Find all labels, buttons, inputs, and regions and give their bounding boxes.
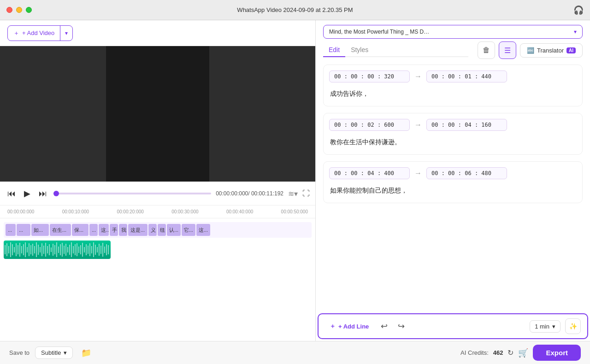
plus-icon: ＋	[13, 29, 19, 37]
progress-thumb[interactable]	[53, 191, 59, 196]
translator-button[interactable]: 🔤 Translator AI	[520, 43, 583, 58]
svg-rect-33	[65, 244, 66, 256]
subtitle-chip[interactable]: 这是...	[128, 224, 148, 236]
end-time-input[interactable]	[426, 167, 507, 179]
dropdown-arrow-icon: ▾	[64, 349, 67, 356]
dropdown-arrow-icon: ▾	[574, 29, 577, 35]
ruler-mark: 00:00:40:000	[226, 209, 253, 214]
credits-area: AI Credits: 462 ↻ 🛒 Export	[100, 345, 581, 361]
start-time-input[interactable]	[329, 70, 410, 82]
headphone-icon: 🎧	[573, 5, 584, 15]
svg-rect-25	[51, 247, 52, 252]
start-time-input[interactable]	[329, 167, 410, 179]
plus-icon: ＋	[330, 322, 336, 330]
end-time-input[interactable]	[426, 70, 507, 82]
svg-rect-5	[14, 247, 15, 252]
tab-edit[interactable]: Edit	[323, 43, 345, 56]
svg-rect-16	[34, 246, 35, 253]
svg-rect-50	[97, 247, 98, 252]
start-time-input[interactable]	[329, 119, 410, 131]
dropdown-arrow-icon[interactable]: ▾	[60, 27, 72, 40]
tab-styles[interactable]: Styles	[345, 43, 374, 56]
add-video-main[interactable]: ＋ + Add Video	[8, 26, 60, 41]
audio-track	[4, 241, 111, 259]
undo-button[interactable]: ↩	[378, 318, 390, 334]
svg-rect-31	[62, 243, 63, 257]
ruler-mark: 00:00:50:000	[281, 209, 308, 214]
svg-rect-11	[25, 242, 26, 257]
subtitle-chip[interactable]: 义	[148, 224, 157, 236]
subtitle-chip[interactable]: ...	[89, 224, 98, 236]
svg-rect-38	[75, 244, 76, 255]
ruler-mark: 00:00:10:000	[62, 209, 89, 214]
svg-rect-19	[40, 247, 41, 252]
titlebar: WhatsApp Video 2024-09-09 at 2.20.35 PM …	[0, 0, 590, 20]
interval-select[interactable]: 1 min ▾	[530, 320, 560, 333]
subtitle-chip[interactable]: 保...	[72, 224, 88, 236]
action-icons: 🗑 ☰ 🔤 Translator AI	[478, 41, 583, 59]
svg-rect-29	[58, 247, 59, 253]
file-selector-row: Mind, the Most Powerful Thing _ MS Dhoni…	[316, 20, 590, 39]
add-video-label: + Add Video	[22, 29, 54, 36]
fullscreen-button[interactable]: ⛶	[302, 189, 310, 198]
skip-forward-button[interactable]: ⏭	[37, 187, 49, 200]
timeline-ruler: 00:00:00:000 00:00:10:000 00:00:20:000 0…	[0, 205, 315, 218]
cart-button[interactable]: 🛒	[518, 348, 528, 358]
waveform-button[interactable]: ≋▾	[288, 189, 298, 198]
progress-track[interactable]	[53, 193, 211, 194]
subtitle-text[interactable]: 教你在生活中保持谦逊。	[329, 135, 577, 149]
edit-tabs: Edit Styles	[323, 43, 468, 57]
window-title: WhatsApp Video 2024-09-09 at 2.20.35 PM	[237, 6, 353, 13]
save-dropdown[interactable]: Subtitle ▾	[35, 346, 73, 359]
magic-icon: ✨	[569, 323, 577, 330]
svg-rect-52	[100, 246, 101, 254]
subtitle-chip[interactable]: 这...	[196, 224, 210, 236]
skip-back-button[interactable]: ⏮	[6, 187, 18, 200]
bottom-bar: Save to Subtitle ▾ 📁 AI Credits: 462 ↻ 🛒…	[0, 341, 590, 364]
subtitle-text[interactable]: 如果你能控制自己的思想，	[329, 184, 577, 197]
svg-rect-42	[82, 243, 83, 257]
svg-rect-54	[104, 247, 105, 253]
svg-rect-14	[30, 245, 31, 254]
subtitle-chip[interactable]: 它...	[182, 224, 195, 236]
delete-button[interactable]: 🗑	[478, 41, 495, 59]
subtitle-chip[interactable]: ...	[17, 224, 30, 236]
export-button[interactable]: Export	[533, 345, 581, 361]
subtitle-chip[interactable]: 我	[119, 224, 127, 236]
subtitle-entry: → 成功告诉你，	[323, 65, 583, 106]
auto-subtitle-button[interactable]: ✨	[565, 318, 581, 334]
close-button[interactable]	[6, 7, 12, 13]
add-line-button[interactable]: ＋ + Add Line	[325, 319, 373, 333]
video-right-panel	[209, 46, 315, 182]
video-left-panel	[0, 46, 106, 182]
list-button[interactable]: ☰	[499, 41, 516, 59]
svg-rect-27	[54, 245, 55, 254]
arrow-icon: →	[414, 169, 422, 177]
file-dropdown[interactable]: Mind, the Most Powerful Thing _ MS Dhoni…	[323, 25, 583, 39]
redo-button[interactable]: ↪	[395, 318, 407, 334]
subtitle-chip[interactable]: 在生...	[50, 224, 71, 236]
audio-waveform	[4, 241, 111, 259]
subtitle-chip[interactable]: 手	[110, 224, 118, 236]
subtitle-chip[interactable]: 如...	[31, 224, 49, 236]
add-video-button[interactable]: ＋ + Add Video ▾	[7, 25, 73, 41]
play-button[interactable]: ▶	[22, 187, 32, 200]
end-time-input[interactable]	[426, 119, 507, 131]
ruler-mark: 00:00:30:000	[171, 209, 198, 214]
subtitle-chip[interactable]: 纽	[158, 224, 166, 236]
refresh-button[interactable]: ↻	[507, 348, 513, 357]
save-dropdown-text: Subtitle	[41, 349, 61, 356]
ai-badge: AI	[566, 47, 576, 53]
timeline-tracks: ... ... 如... 在生... 保... ... 这... 手 我 这是.…	[0, 218, 315, 263]
svg-rect-2	[8, 246, 9, 253]
maximize-button[interactable]	[26, 7, 32, 13]
folder-button[interactable]: 📁	[78, 346, 94, 360]
subtitle-text[interactable]: 成功告诉你，	[329, 87, 577, 100]
folder-icon: 📁	[81, 348, 91, 358]
translate-icon: 🔤	[527, 47, 534, 54]
minimize-button[interactable]	[16, 7, 22, 13]
subtitle-chip[interactable]: ...	[6, 224, 16, 236]
subtitle-chip[interactable]: 认...	[167, 224, 181, 236]
svg-rect-32	[64, 246, 65, 254]
subtitle-chip[interactable]: 这...	[99, 224, 109, 236]
